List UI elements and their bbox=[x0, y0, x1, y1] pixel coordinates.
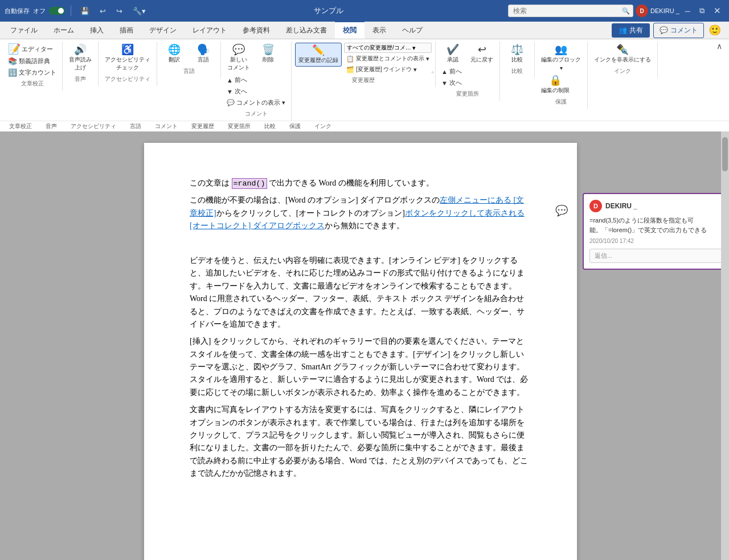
track-display-dropdown[interactable]: すべての変更履歴/コメ… ▾ bbox=[344, 43, 432, 53]
autosave-toggle[interactable] bbox=[49, 7, 65, 15]
emoji-button[interactable]: 🙂 bbox=[707, 23, 722, 38]
delete-comment-button[interactable]: 🗑️ 削除 bbox=[255, 43, 282, 73]
tab-insert[interactable]: 挿入 bbox=[82, 22, 112, 39]
accept-button[interactable]: ✔️ 承認 bbox=[439, 43, 466, 65]
save-button[interactable]: 💾 bbox=[77, 5, 93, 17]
reject-button[interactable]: ↩ 元に戻す bbox=[468, 43, 496, 65]
accessibility-check-button[interactable]: ♿ アクセシビリティチェック bbox=[102, 43, 153, 73]
label-voice: 音声 bbox=[39, 121, 64, 131]
comment-line1: =rand(3,5)のように段落数を指定も可 bbox=[589, 216, 721, 225]
share-button[interactable]: 👥 共有 bbox=[612, 23, 650, 38]
track-window-arrow: ▾ bbox=[413, 66, 417, 73]
group-voice: 🔊 音声読み上げ 音声 bbox=[63, 42, 99, 86]
tab-home[interactable]: ホーム bbox=[46, 22, 82, 39]
next-comment-button[interactable]: ▼ 次へ bbox=[224, 86, 288, 97]
track-window-icon: 🗂️ bbox=[346, 66, 354, 73]
read-aloud-button[interactable]: 🔊 音声読み上げ bbox=[66, 43, 95, 73]
accept-label: 承認 bbox=[447, 56, 458, 64]
comment-label: コメント bbox=[670, 26, 698, 35]
group-changes: ✔️ 承認 ↩ 元に戻す ▲ 前へ ▼ 次へ 変更箇所 bbox=[436, 42, 500, 101]
undo-button[interactable]: ↩ bbox=[96, 5, 109, 17]
show-markup-button[interactable]: 📋 変更履歴とコメントの表示 ▾ bbox=[344, 53, 432, 64]
group-changes-label: 変更箇所 bbox=[439, 88, 496, 100]
ribbon-collapse-button[interactable]: ∧ bbox=[712, 42, 727, 51]
group-proofreading-body: 📝 エディター 📚 類義語辞典 🔢 文字カウント bbox=[6, 43, 59, 78]
tab-help[interactable]: ヘルプ bbox=[394, 22, 431, 39]
label-language: 言語 bbox=[123, 121, 148, 131]
group-expand-icon[interactable]: ⬦ bbox=[431, 69, 434, 75]
scrollbar-thumb[interactable] bbox=[722, 137, 728, 171]
show-markup-label: 変更履歴とコメントの表示 bbox=[356, 55, 424, 63]
tab-references[interactable]: 参考資料 bbox=[235, 22, 278, 39]
track-window-label: [変更履歴] ウインドウ bbox=[356, 65, 412, 73]
thesaurus-icon: 📚 bbox=[8, 57, 17, 65]
next-change-button[interactable]: ▼ 次へ bbox=[439, 77, 464, 88]
comment-marker-icon: 💬 bbox=[555, 205, 568, 216]
restrict-button[interactable]: 🔒 編集の制限 bbox=[538, 73, 572, 96]
group-accessibility-label: アクセシビリティ bbox=[102, 73, 153, 85]
language-button[interactable]: 🗣️ 言語 bbox=[190, 43, 217, 65]
tab-review[interactable]: 校閲 bbox=[335, 21, 364, 39]
redo-button[interactable]: ↪ bbox=[113, 5, 126, 17]
label-compare: 比較 bbox=[257, 121, 282, 131]
comment-button[interactable]: 💬 コメント bbox=[653, 23, 704, 38]
prev-change-button[interactable]: ▲ 前へ bbox=[439, 66, 464, 77]
wordcount-button[interactable]: 🔢 文字カウント bbox=[6, 67, 59, 78]
tab-view[interactable]: 表示 bbox=[364, 22, 394, 39]
doc-scroll[interactable]: 💬 この文章は =rand() で出力できる Word の機能を利用しています。… bbox=[0, 131, 721, 560]
block-authors-button[interactable]: 👥 編集のブロック ▾ bbox=[538, 43, 584, 73]
group-track-changes-body: ✏️ 変更履歴の記録 すべての変更履歴/コメ… ▾ 📋 変更履歴とコメントの表示… bbox=[295, 43, 432, 75]
track-changes-button[interactable]: ✏️ 変更履歴の記録 bbox=[295, 43, 342, 67]
track-display-label: すべての変更履歴/コメ… bbox=[347, 44, 411, 52]
label-track: 変更履歴 bbox=[185, 121, 221, 131]
para1: この文章は =rand() で出力できる Word の機能を利用しています。 bbox=[190, 177, 531, 190]
read-aloud-icon: 🔊 bbox=[74, 44, 87, 55]
next-change-label: 次へ bbox=[449, 79, 462, 87]
vertical-scrollbar[interactable] bbox=[721, 131, 729, 560]
comment-icon: 💬 bbox=[660, 26, 668, 34]
tab-mailings[interactable]: 差し込み文書 bbox=[278, 22, 335, 39]
restore-button[interactable]: ⧉ bbox=[696, 5, 708, 17]
search-input[interactable] bbox=[508, 5, 633, 17]
prev-arrow-icon: ▲ bbox=[227, 77, 233, 84]
comment-body: =rand(3,5)のように段落数を指定も可 能。「=lorem()」で英文での… bbox=[589, 216, 721, 234]
group-changes-body: ✔️ 承認 ↩ 元に戻す ▲ 前へ ▼ 次へ bbox=[439, 43, 496, 88]
ink-icon: ✒️ bbox=[616, 44, 629, 55]
tab-file[interactable]: ファイル bbox=[2, 22, 46, 39]
group-track-changes-label: 変更履歴 bbox=[295, 75, 432, 86]
quick-access-toolbar: 自動保存 オフ 💾 ↩ ↪ 🔧▾ bbox=[5, 5, 149, 17]
thesaurus-button[interactable]: 📚 類義語辞典 bbox=[6, 56, 59, 67]
wordcount-icon: 🔢 bbox=[8, 68, 17, 77]
tab-design[interactable]: デザイン bbox=[141, 22, 185, 39]
show-markup-arrow: ▾ bbox=[426, 55, 429, 63]
close-button[interactable]: ✕ bbox=[710, 4, 724, 18]
group-comment-body: 💬 新しいコメント 🗑️ 削除 ▲ 前へ ▼ 次へ 💬 bbox=[224, 43, 288, 108]
reject-label: 元に戻す bbox=[470, 56, 493, 64]
editor-button[interactable]: 📝 エディター bbox=[6, 43, 59, 55]
ink-label: インクを非表示にする bbox=[594, 56, 651, 64]
translate-icon: 🌐 bbox=[168, 44, 181, 55]
comment-reply-input[interactable]: 返信... bbox=[589, 249, 721, 263]
track-window-button[interactable]: 🗂️ [変更履歴] ウインドウ ▾ bbox=[344, 64, 432, 75]
new-comment-button[interactable]: 💬 新しいコメント bbox=[224, 43, 253, 73]
show-comments-button[interactable]: 💬 コメントの表示 ▾ bbox=[224, 97, 288, 108]
minimize-button[interactable]: ─ bbox=[682, 5, 694, 17]
search-wrap: 🔍 bbox=[508, 5, 633, 17]
hide-ink-button[interactable]: ✒️ インクを非表示にする bbox=[591, 43, 654, 65]
tab-layout[interactable]: レイアウト bbox=[185, 22, 235, 39]
customize-button[interactable]: 🔧▾ bbox=[129, 5, 149, 17]
tab-draw[interactable]: 描画 bbox=[112, 22, 141, 39]
group-compare-label: 比較 bbox=[503, 65, 531, 77]
group-accessibility: ♿ アクセシビリティチェック アクセシビリティ bbox=[99, 42, 157, 86]
user-button[interactable]: D DEKIRU _ bbox=[636, 5, 679, 17]
prev-comment-button[interactable]: ▲ 前へ bbox=[224, 75, 288, 85]
compare-button[interactable]: ⚖️ 比較 bbox=[503, 43, 531, 65]
group-language-label: 言語 bbox=[161, 65, 217, 77]
translate-button[interactable]: 🌐 翻訳 bbox=[161, 43, 188, 65]
ribbon-tabs: ファイル ホーム 挿入 描画 デザイン レイアウト 参考資料 差し込み文書 校閲… bbox=[0, 22, 729, 39]
para1-text: この文章は bbox=[190, 179, 230, 187]
group-track-changes: ✏️ 変更履歴の記録 すべての変更履歴/コメ… ▾ 📋 変更履歴とコメントの表示… bbox=[292, 42, 436, 87]
ribbon-labels: 文章校正 音声 アクセシビリティ 言語 コメント 変更履歴 変更箇所 比較 保護… bbox=[0, 121, 729, 131]
track-display-arrow: ▾ bbox=[412, 44, 416, 52]
delete-comment-label: 削除 bbox=[263, 56, 274, 64]
